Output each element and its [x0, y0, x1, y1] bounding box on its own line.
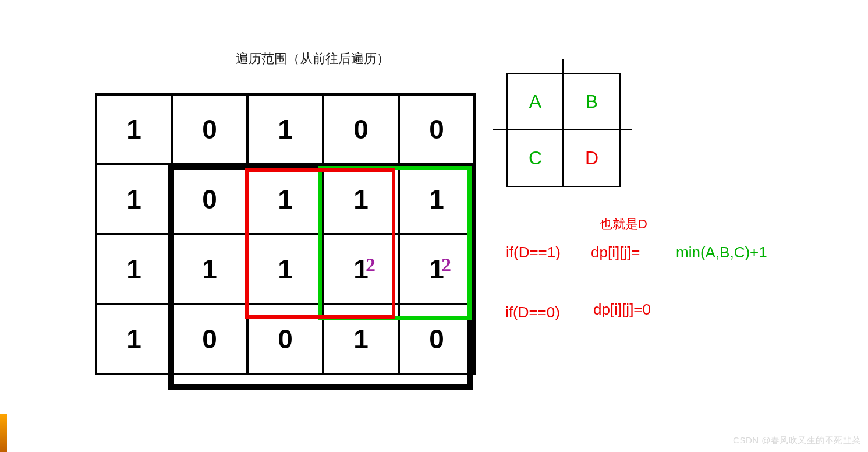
cell-2-3: 12: [323, 234, 399, 304]
cell-2-4: 12: [399, 234, 474, 304]
cell-3-4: 0: [399, 304, 474, 374]
small-grid: A B C D: [506, 73, 621, 187]
cell-3-2: 0: [247, 304, 323, 374]
main-grid: 1 0 1 0 0 1 0 1 1 1 1 1 1 12 12 1 0 0 1 …: [95, 93, 476, 375]
small-cell-a: A: [507, 73, 564, 130]
cell-2-2: 1: [247, 234, 323, 304]
cell-0-0: 1: [96, 94, 172, 164]
small-cell-b: B: [564, 73, 620, 130]
annot-r2c3: 2: [366, 254, 375, 276]
eq1-condition: if(D==1): [506, 243, 561, 262]
cell-1-4: 1: [399, 164, 474, 234]
cell-0-3: 0: [323, 94, 399, 164]
cell-1-2: 1: [247, 164, 323, 234]
cell-1-3: 1: [323, 164, 399, 234]
cell-2-1: 1: [172, 234, 247, 304]
cell-3-1: 0: [172, 304, 247, 374]
cell-0-1: 0: [172, 94, 247, 164]
cell-2-0: 1: [96, 234, 172, 304]
cell-1-1: 0: [172, 164, 247, 234]
cell-0-2: 1: [247, 94, 323, 164]
annot-r2c4: 2: [441, 254, 451, 276]
watermark: CSDN @春风吹又生的不死韭菜: [733, 435, 861, 446]
small-cell-c: C: [507, 130, 564, 186]
cell-3-3: 1: [323, 304, 399, 374]
eq1-dp: dp[i][j]=: [591, 243, 640, 262]
sidebar-decoration: [0, 414, 7, 452]
eq2-dp: dp[i][j]=0: [593, 301, 651, 319]
cell-3-0: 1: [96, 304, 172, 374]
small-cell-d: D: [564, 130, 620, 186]
cell-1-0: 1: [96, 164, 172, 234]
note-d: 也就是D: [600, 216, 647, 233]
title-text: 遍历范围（从前往后遍历）: [236, 50, 389, 68]
eq2-condition: if(D==0): [505, 303, 560, 322]
eq1-rhs: min(A,B,C)+1: [676, 243, 767, 262]
cell-0-4: 0: [399, 94, 474, 164]
